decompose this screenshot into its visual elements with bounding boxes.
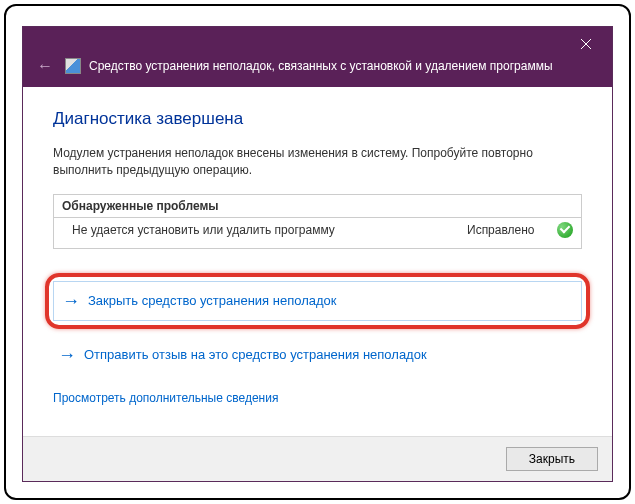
content-area: Диагностика завершена Модулем устранения…	[23, 87, 612, 436]
title-row: ← Средство устранения неполадок, связанн…	[33, 55, 553, 77]
check-icon	[557, 222, 573, 238]
close-troubleshooter-label: Закрыть средство устранения неполадок	[88, 293, 336, 308]
arrow-right-icon: →	[58, 346, 76, 364]
close-troubleshooter-link[interactable]: → Закрыть средство устранения неполадок	[53, 281, 582, 321]
table-row: Не удается установить или удалить програ…	[54, 218, 581, 249]
highlight-frame: → Закрыть средство устранения неполадок	[45, 273, 590, 329]
page-heading: Диагностика завершена	[53, 109, 582, 129]
problems-header: Обнаруженные проблемы	[54, 195, 581, 218]
arrow-right-icon: →	[62, 292, 80, 310]
back-arrow-icon[interactable]: ←	[33, 55, 57, 77]
app-icon	[65, 58, 81, 74]
page-description: Модулем устранения неполадок внесены изм…	[53, 145, 582, 180]
screenshot-frame: ← Средство устранения неполадок, связанн…	[4, 4, 631, 500]
footer: Закрыть	[23, 436, 612, 481]
troubleshooter-window: ← Средство устранения неполадок, связанн…	[22, 26, 613, 482]
send-feedback-label: Отправить отзыв на это средство устранен…	[84, 347, 427, 362]
problems-table: Обнаруженные проблемы Не удается установ…	[53, 194, 582, 249]
more-info-link[interactable]: Просмотреть дополнительные сведения	[53, 391, 278, 405]
window-close-button[interactable]	[566, 31, 606, 57]
close-button[interactable]: Закрыть	[506, 447, 598, 471]
problem-name: Не удается установить или удалить програ…	[72, 223, 467, 237]
problem-status: Исправлено	[467, 223, 557, 237]
titlebar: ← Средство устранения неполадок, связанн…	[23, 27, 612, 87]
window-title: Средство устранения неполадок, связанных…	[89, 59, 553, 73]
close-icon	[581, 39, 591, 49]
send-feedback-link[interactable]: → Отправить отзыв на это средство устран…	[49, 335, 586, 375]
